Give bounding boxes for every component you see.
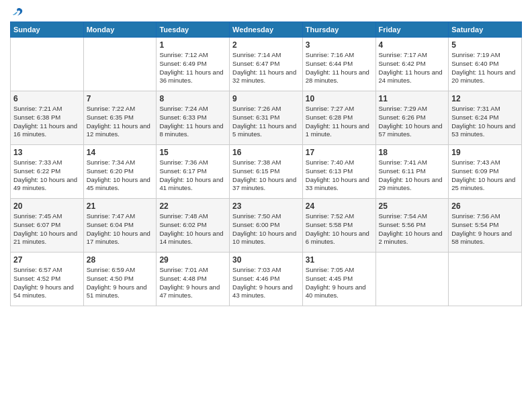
calendar-week-2: 6Sunrise: 7:21 AM Sunset: 6:38 PM Daylig… [11, 91, 522, 145]
day-number: 26 [451, 201, 519, 211]
page: SundayMondayTuesdayWednesdayThursdayFrid… [0, 0, 532, 411]
calendar-header: SundayMondayTuesdayWednesdayThursdayFrid… [11, 22, 522, 38]
day-number: 21 [87, 201, 154, 211]
calendar-cell: 29Sunrise: 7:01 AM Sunset: 4:48 PM Dayli… [157, 253, 230, 306]
day-number: 3 [306, 40, 373, 50]
calendar-table: SundayMondayTuesdayWednesdayThursdayFrid… [10, 21, 522, 306]
day-number: 15 [159, 148, 226, 157]
calendar-week-4: 20Sunrise: 7:45 AM Sunset: 6:07 PM Dayli… [11, 199, 522, 253]
calendar-cell: 9Sunrise: 7:26 AM Sunset: 6:31 PM Daylig… [230, 91, 303, 145]
day-info: Sunrise: 7:38 AM Sunset: 6:15 PM Dayligh… [232, 158, 300, 193]
calendar-cell: 14Sunrise: 7:34 AM Sunset: 6:20 PM Dayli… [83, 145, 157, 199]
calendar-cell: 4Sunrise: 7:17 AM Sunset: 6:42 PM Daylig… [375, 38, 449, 91]
header-row: SundayMondayTuesdayWednesdayThursdayFrid… [11, 22, 522, 38]
day-number: 6 [13, 94, 81, 103]
calendar-cell: 11Sunrise: 7:29 AM Sunset: 6:26 PM Dayli… [375, 91, 449, 145]
calendar-cell: 2Sunrise: 7:14 AM Sunset: 6:47 PM Daylig… [230, 38, 303, 91]
logo-bird-icon [11, 7, 24, 19]
day-number: 25 [379, 201, 446, 211]
day-info: Sunrise: 7:24 AM Sunset: 6:33 PM Dayligh… [159, 105, 226, 139]
day-number: 12 [451, 94, 519, 103]
day-number: 9 [232, 94, 300, 103]
calendar-week-1: 1Sunrise: 7:12 AM Sunset: 6:49 PM Daylig… [11, 38, 522, 91]
calendar-cell [375, 253, 449, 306]
day-number: 16 [232, 148, 300, 157]
day-info: Sunrise: 7:33 AM Sunset: 6:22 PM Dayligh… [13, 158, 81, 193]
calendar-cell: 13Sunrise: 7:33 AM Sunset: 6:22 PM Dayli… [11, 145, 84, 199]
day-info: Sunrise: 7:48 AM Sunset: 6:02 PM Dayligh… [159, 212, 226, 246]
calendar-cell: 18Sunrise: 7:41 AM Sunset: 6:11 PM Dayli… [375, 145, 449, 199]
day-info: Sunrise: 6:59 AM Sunset: 4:50 PM Dayligh… [87, 266, 154, 300]
day-number: 19 [451, 148, 519, 157]
day-info: Sunrise: 7:14 AM Sunset: 6:47 PM Dayligh… [232, 51, 300, 85]
day-info: Sunrise: 7:12 AM Sunset: 6:49 PM Dayligh… [159, 51, 226, 85]
day-number: 8 [159, 94, 226, 103]
calendar-cell: 26Sunrise: 7:56 AM Sunset: 5:54 PM Dayli… [449, 199, 522, 253]
calendar-cell: 5Sunrise: 7:19 AM Sunset: 6:40 PM Daylig… [449, 38, 522, 91]
day-info: Sunrise: 7:01 AM Sunset: 4:48 PM Dayligh… [159, 266, 226, 300]
day-info: Sunrise: 7:05 AM Sunset: 4:45 PM Dayligh… [306, 266, 373, 300]
day-number: 29 [159, 255, 226, 265]
calendar-week-3: 13Sunrise: 7:33 AM Sunset: 6:22 PM Dayli… [11, 145, 522, 199]
day-info: Sunrise: 7:19 AM Sunset: 6:40 PM Dayligh… [451, 51, 519, 85]
day-info: Sunrise: 7:22 AM Sunset: 6:35 PM Dayligh… [87, 105, 154, 139]
calendar-cell: 27Sunrise: 6:57 AM Sunset: 4:52 PM Dayli… [11, 253, 84, 306]
day-info: Sunrise: 7:52 AM Sunset: 5:58 PM Dayligh… [306, 212, 373, 246]
day-number: 30 [232, 255, 300, 265]
day-header-friday: Friday [375, 22, 449, 38]
calendar-cell: 10Sunrise: 7:27 AM Sunset: 6:28 PM Dayli… [302, 91, 375, 145]
calendar-cell: 15Sunrise: 7:36 AM Sunset: 6:17 PM Dayli… [157, 145, 230, 199]
day-number: 13 [13, 148, 81, 157]
day-number: 2 [232, 40, 300, 50]
day-number: 18 [379, 148, 446, 157]
calendar-cell: 1Sunrise: 7:12 AM Sunset: 6:49 PM Daylig… [157, 38, 230, 91]
day-number: 24 [306, 201, 373, 211]
calendar-body: 1Sunrise: 7:12 AM Sunset: 6:49 PM Daylig… [11, 38, 522, 306]
day-info: Sunrise: 7:50 AM Sunset: 6:00 PM Dayligh… [232, 212, 300, 246]
calendar-cell: 12Sunrise: 7:31 AM Sunset: 6:24 PM Dayli… [449, 91, 522, 145]
day-info: Sunrise: 7:34 AM Sunset: 6:20 PM Dayligh… [87, 158, 154, 193]
day-number: 31 [306, 255, 373, 265]
day-info: Sunrise: 7:03 AM Sunset: 4:46 PM Dayligh… [232, 266, 300, 300]
logo [10, 7, 24, 16]
calendar-cell: 3Sunrise: 7:16 AM Sunset: 6:44 PM Daylig… [302, 38, 375, 91]
day-info: Sunrise: 6:57 AM Sunset: 4:52 PM Dayligh… [13, 266, 81, 300]
calendar-cell [11, 38, 84, 91]
calendar-cell: 30Sunrise: 7:03 AM Sunset: 4:46 PM Dayli… [230, 253, 303, 306]
calendar-cell: 21Sunrise: 7:47 AM Sunset: 6:04 PM Dayli… [83, 199, 157, 253]
day-number: 22 [159, 201, 226, 211]
day-number: 23 [232, 201, 300, 211]
day-info: Sunrise: 7:40 AM Sunset: 6:13 PM Dayligh… [306, 158, 373, 193]
day-header-saturday: Saturday [449, 22, 522, 38]
day-info: Sunrise: 7:26 AM Sunset: 6:31 PM Dayligh… [232, 105, 300, 139]
calendar-cell: 16Sunrise: 7:38 AM Sunset: 6:15 PM Dayli… [230, 145, 303, 199]
calendar-cell: 23Sunrise: 7:50 AM Sunset: 6:00 PM Dayli… [230, 199, 303, 253]
day-number: 20 [13, 201, 81, 211]
day-number: 5 [451, 40, 519, 50]
calendar-cell: 22Sunrise: 7:48 AM Sunset: 6:02 PM Dayli… [157, 199, 230, 253]
day-info: Sunrise: 7:29 AM Sunset: 6:26 PM Dayligh… [379, 105, 446, 139]
day-info: Sunrise: 7:31 AM Sunset: 6:24 PM Dayligh… [451, 105, 519, 139]
day-number: 14 [87, 148, 154, 157]
day-header-wednesday: Wednesday [230, 22, 303, 38]
day-header-thursday: Thursday [302, 22, 375, 38]
calendar-cell [83, 38, 157, 91]
calendar-cell: 7Sunrise: 7:22 AM Sunset: 6:35 PM Daylig… [83, 91, 157, 145]
day-info: Sunrise: 7:27 AM Sunset: 6:28 PM Dayligh… [306, 105, 373, 139]
day-number: 17 [306, 148, 373, 157]
day-info: Sunrise: 7:47 AM Sunset: 6:04 PM Dayligh… [87, 212, 154, 246]
day-info: Sunrise: 7:41 AM Sunset: 6:11 PM Dayligh… [379, 158, 446, 193]
calendar-cell: 19Sunrise: 7:43 AM Sunset: 6:09 PM Dayli… [449, 145, 522, 199]
day-number: 10 [306, 94, 373, 103]
day-number: 28 [87, 255, 154, 265]
day-info: Sunrise: 7:21 AM Sunset: 6:38 PM Dayligh… [13, 105, 81, 139]
day-info: Sunrise: 7:16 AM Sunset: 6:44 PM Dayligh… [306, 51, 373, 85]
day-info: Sunrise: 7:56 AM Sunset: 5:54 PM Dayligh… [451, 212, 519, 246]
calendar-cell: 20Sunrise: 7:45 AM Sunset: 6:07 PM Dayli… [11, 199, 84, 253]
calendar-week-5: 27Sunrise: 6:57 AM Sunset: 4:52 PM Dayli… [11, 253, 522, 306]
day-info: Sunrise: 7:17 AM Sunset: 6:42 PM Dayligh… [379, 51, 446, 85]
day-number: 1 [159, 40, 226, 50]
day-info: Sunrise: 7:43 AM Sunset: 6:09 PM Dayligh… [451, 158, 519, 193]
calendar-cell: 25Sunrise: 7:54 AM Sunset: 5:56 PM Dayli… [375, 199, 449, 253]
day-info: Sunrise: 7:45 AM Sunset: 6:07 PM Dayligh… [13, 212, 81, 246]
